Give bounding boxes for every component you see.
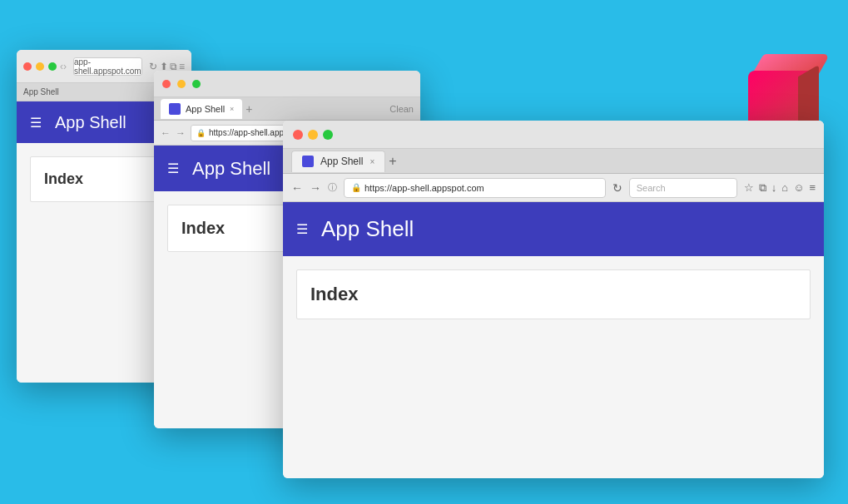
win2-tab-close[interactable]: ×	[230, 105, 234, 113]
win3-download-icon[interactable]: ↓	[771, 181, 777, 195]
win2-tab-bar: App Shell × + Clean	[154, 97, 420, 121]
win2-lock-icon: 🔒	[196, 129, 206, 137]
win3-info-icon[interactable]: ⓘ	[328, 181, 337, 194]
browser-window-3: App Shell × + ← → ⓘ 🔒 https://app-shell.…	[283, 121, 824, 478]
win2-maximize-dot[interactable]	[192, 80, 201, 88]
win3-address-box[interactable]: 🔒 https://app-shell.appspot.com	[344, 178, 606, 198]
win3-menu-icon[interactable]: ≡	[809, 181, 816, 195]
win2-forward-btn[interactable]: →	[176, 127, 186, 139]
win3-favicon	[302, 156, 314, 167]
win3-tab[interactable]: App Shell ×	[291, 151, 385, 172]
win3-app-title: App Shell	[321, 216, 414, 242]
win2-chrome	[154, 71, 420, 97]
win3-tab-label: App Shell	[320, 156, 363, 167]
win3-refresh-btn[interactable]: ↻	[612, 181, 622, 195]
win2-tab-label: App Shell	[186, 104, 225, 114]
win2-new-tab-btn[interactable]: +	[245, 102, 252, 116]
win1-refresh-icon[interactable]: ↻	[149, 61, 157, 72]
win3-new-tab-btn[interactable]: +	[389, 154, 396, 169]
win2-content-label: Index	[181, 219, 225, 237]
win3-close-dot[interactable]	[293, 130, 303, 140]
win3-url: https://app-shell.appspot.com	[364, 183, 484, 193]
win3-bookmark-icon[interactable]: ⧉	[759, 181, 766, 195]
win2-clean-btn[interactable]: Clean	[389, 104, 414, 114]
win3-lock-icon: 🔒	[351, 183, 361, 192]
win3-home-icon[interactable]: ⌂	[781, 181, 788, 195]
win3-nav-bar: ← → ⓘ 🔒 https://app-shell.appspot.com ↻ …	[283, 174, 824, 202]
win3-search-placeholder: Search	[637, 183, 666, 193]
win2-minimize-dot[interactable]	[177, 80, 186, 88]
win3-chrome	[283, 121, 824, 149]
win1-traffic-lights	[23, 62, 57, 71]
minimize-button-dot[interactable]	[36, 62, 44, 71]
win2-back-btn[interactable]: ←	[161, 127, 171, 139]
win3-face-icon[interactable]: ☺	[793, 181, 804, 195]
win1-content-label: Index	[44, 170, 83, 187]
win2-hamburger-icon[interactable]: ☰	[167, 161, 179, 176]
win2-tab[interactable]: App Shell ×	[161, 99, 242, 119]
win1-nav-forward[interactable]: ›	[63, 61, 67, 72]
win3-tab-bar: App Shell × +	[283, 149, 824, 174]
win3-nav-icons: ☆ ⧉ ↓ ⌂ ☺ ≡	[744, 181, 816, 195]
win3-hamburger-icon[interactable]: ☰	[296, 221, 308, 237]
win3-back-btn[interactable]: ←	[291, 181, 303, 195]
close-button-dot[interactable]	[23, 62, 32, 71]
win3-maximize-dot[interactable]	[323, 130, 333, 140]
win1-app-title: App Shell	[55, 113, 126, 132]
win3-tab-close[interactable]: ×	[369, 157, 374, 166]
win3-search-box[interactable]: Search	[629, 178, 737, 198]
win3-minimize-dot[interactable]	[308, 130, 318, 140]
win1-hamburger-icon[interactable]: ☰	[30, 115, 42, 131]
win1-url: app-shell.appspot.com	[74, 57, 141, 76]
win2-favicon	[169, 103, 181, 115]
win2-close-dot[interactable]	[162, 80, 171, 88]
win3-content-label: Index	[310, 284, 358, 304]
win1-address-bar[interactable]: app-shell.appspot.com	[73, 57, 142, 76]
win2-app-title: App Shell	[192, 158, 270, 180]
win3-content: ☰ App Shell Index	[283, 202, 824, 478]
win3-app-body: Index	[283, 256, 824, 478]
win1-tab-label[interactable]: App Shell	[23, 87, 59, 96]
win3-content-card: Index	[296, 269, 811, 319]
win3-app-header: ☰ App Shell	[283, 202, 824, 256]
win3-star-icon[interactable]: ☆	[744, 181, 754, 195]
win3-forward-btn[interactable]: →	[310, 181, 321, 195]
maximize-button-dot[interactable]	[48, 62, 57, 71]
